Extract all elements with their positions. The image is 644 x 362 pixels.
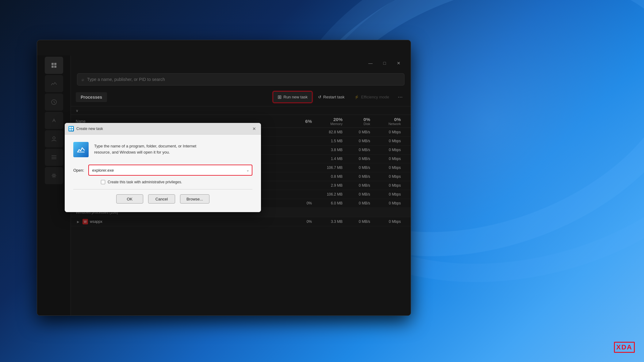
dialog-overlay: Create new task ✕ Type the name of a pro… (37, 40, 411, 315)
dialog-open-row: Open: ⌄ (73, 165, 252, 176)
dialog-task-icon (73, 142, 89, 157)
dialog-titlebar: Create new task ✕ (65, 123, 261, 135)
svg-rect-14 (71, 129, 73, 131)
svg-rect-11 (69, 127, 71, 128)
dialog-top-row: Type the name of a program, folder, docu… (73, 142, 252, 157)
xda-watermark: XDA (614, 342, 635, 353)
dialog-checkbox-row: Create this task with administrative pri… (101, 180, 252, 184)
dialog-open-label: Open: (73, 168, 84, 173)
dialog-app-icon (68, 126, 74, 131)
dialog-title-text: Create new task (76, 127, 103, 131)
dialog-divider (73, 189, 252, 189)
dialog-description: Type the name of a program, folder, docu… (94, 142, 196, 155)
dialog-body: Type the name of a program, folder, docu… (65, 135, 261, 212)
svg-rect-13 (69, 129, 71, 131)
svg-rect-12 (71, 127, 73, 128)
browse-button[interactable]: Browse... (180, 194, 209, 204)
dialog-close-button[interactable]: ✕ (250, 124, 259, 133)
taskmanager-window: — □ ✕ ⌕ Type a name, publisher, or PID t… (37, 40, 411, 316)
xda-brackets: XDA (614, 342, 635, 353)
dialog-checkbox-label: Create this task with administrative pri… (108, 180, 182, 184)
create-new-task-dialog: Create new task ✕ Type the name of a pro… (65, 123, 261, 212)
dialog-title-left: Create new task (68, 126, 103, 131)
cancel-button[interactable]: Cancel (148, 194, 175, 204)
dialog-footer: OK Cancel Browse... (73, 194, 252, 205)
dialog-open-input[interactable] (89, 165, 252, 175)
dialog-input-wrapper: ⌄ (88, 165, 252, 176)
admin-privileges-checkbox[interactable] (101, 180, 105, 184)
xda-label: XDA (616, 343, 632, 351)
ok-button[interactable]: OK (116, 194, 143, 204)
